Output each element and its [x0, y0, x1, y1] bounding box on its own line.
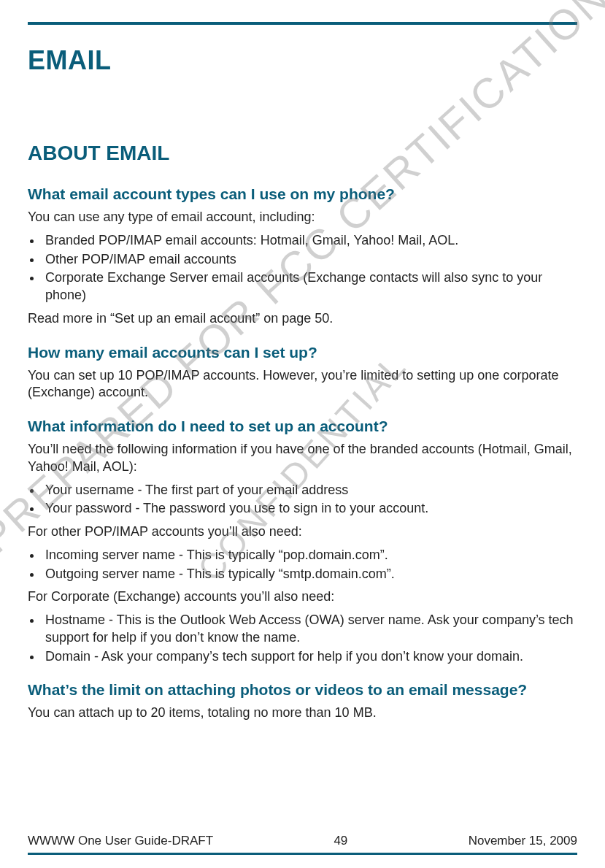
- list-item: Outgoing server name - This is typically…: [42, 566, 577, 583]
- list-item: Domain - Ask your company’s tech support…: [42, 648, 577, 666]
- list-item: Branded POP/IMAP email accounts: Hotmail…: [42, 232, 577, 250]
- q4-heading: What’s the limit on attaching photos or …: [28, 681, 577, 699]
- q3-mid1: For other POP/IMAP accounts you’ll also …: [28, 523, 577, 541]
- q4-body: You can attach up to 20 items, totaling …: [28, 704, 577, 722]
- footer-page-number: 49: [334, 834, 347, 848]
- footer: WWWW One User Guide-DRAFT 49 November 15…: [28, 831, 577, 855]
- list-item: Corporate Exchange Server email accounts…: [42, 269, 577, 304]
- list-item: Your password - The password you use to …: [42, 500, 577, 518]
- q3-bullets-2: Incoming server name - This is typically…: [28, 547, 577, 583]
- q1-intro: You can use any type of email account, i…: [28, 209, 577, 226]
- q1-heading: What email account types can I use on my…: [28, 185, 577, 203]
- q3-mid2: For Corporate (Exchange) accounts you’ll…: [28, 588, 577, 606]
- footer-left: WWWW One User Guide-DRAFT: [28, 834, 213, 848]
- q3-bullets-1: Your username - The first part of your e…: [28, 482, 577, 518]
- page-title: EMAIL: [28, 45, 577, 76]
- footer-rule: [28, 853, 577, 855]
- top-rule: [28, 22, 577, 25]
- q3-heading: What information do I need to set up an …: [28, 418, 577, 435]
- page: PREPARED FOR FCC CERTIFICATION CONFIDENT…: [0, 0, 605, 868]
- q1-bullets: Branded POP/IMAP email accounts: Hotmail…: [28, 232, 577, 304]
- list-item: Other POP/IMAP email accounts: [42, 251, 577, 269]
- list-item: Incoming server name - This is typically…: [42, 547, 577, 564]
- q3-bullets-3: Hostname - This is the Outlook Web Acces…: [28, 612, 577, 665]
- q1-outro: Read more in “Set up an email account” o…: [28, 310, 577, 328]
- q2-body: You can set up 10 POP/IMAP accounts. How…: [28, 367, 577, 402]
- footer-date: November 15, 2009: [469, 834, 577, 848]
- list-item: Your username - The first part of your e…: [42, 482, 577, 499]
- q3-intro: You’ll need the following information if…: [28, 441, 577, 476]
- section-heading: ABOUT EMAIL: [28, 142, 577, 165]
- list-item: Hostname - This is the Outlook Web Acces…: [42, 612, 577, 647]
- q2-heading: How many email accounts can I set up?: [28, 344, 577, 361]
